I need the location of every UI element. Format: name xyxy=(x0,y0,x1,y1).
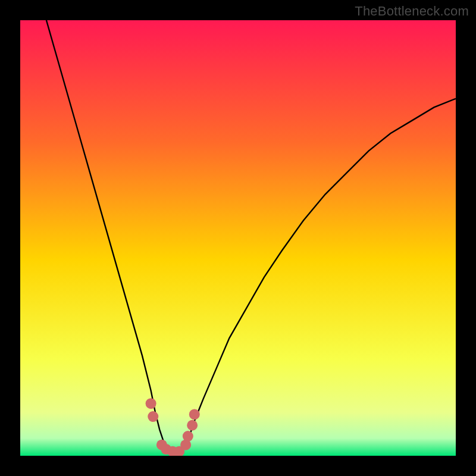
curve-marker xyxy=(187,420,198,431)
chart-frame: TheBottleneck.com xyxy=(0,0,476,476)
watermark-text: TheBottleneck.com xyxy=(355,4,469,19)
curve-marker xyxy=(183,431,193,441)
curve-marker xyxy=(148,411,158,422)
curve-marker xyxy=(189,409,200,419)
curve-marker xyxy=(146,398,156,409)
bottleneck-chart xyxy=(20,20,456,456)
gradient-background xyxy=(20,20,456,456)
